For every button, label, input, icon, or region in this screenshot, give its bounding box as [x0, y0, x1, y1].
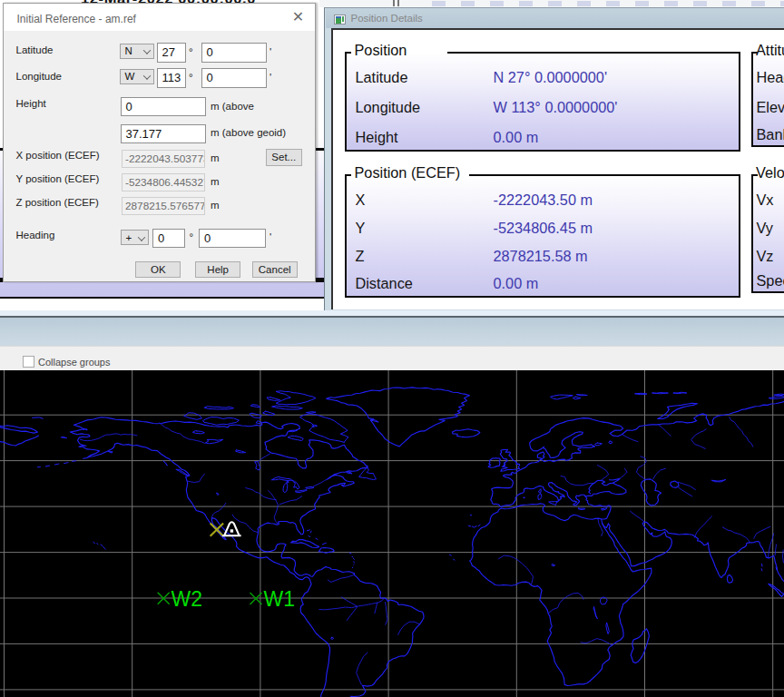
svg-text:W1: W1 — [264, 587, 296, 611]
svg-text:W2: W2 — [172, 587, 203, 611]
